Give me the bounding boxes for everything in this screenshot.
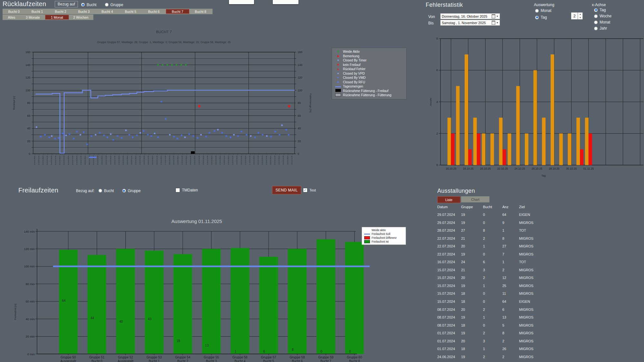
svg-text:Auswertung 01.11.2025: Auswertung 01.11.2025 bbox=[171, 218, 222, 224]
von-date-input[interactable]: Donnerstag, 16. Oktober 2025 ▼ bbox=[440, 13, 500, 19]
ruecklauf-bezug-bucht[interactable]: Bucht bbox=[81, 3, 97, 7]
send-mail-button[interactable]: SEND MAIL bbox=[272, 186, 301, 194]
radio-icon[interactable] bbox=[105, 3, 109, 6]
spinner-down-icon[interactable]: ▼ bbox=[578, 16, 582, 20]
diamond-marker-icon: ◆ bbox=[335, 55, 342, 58]
x-achse-tag[interactable]: Tag bbox=[594, 8, 611, 12]
svg-text:27.10.25 05:40: 27.10.25 05:40 bbox=[245, 155, 246, 165]
column-header-gruppe[interactable]: Gruppe bbox=[461, 205, 473, 209]
cell: TOT bbox=[519, 260, 526, 264]
bis-date-input[interactable]: Samstag , 1. November 2025 ▼ bbox=[440, 20, 500, 26]
ausstallungen-tab-chart[interactable]: Chart bbox=[461, 196, 489, 202]
table-row[interactable]: 15.07.20242132MIGROS bbox=[437, 267, 566, 275]
cell: 2 bbox=[483, 331, 485, 335]
auswertung-monat[interactable]: Monat bbox=[535, 8, 551, 13]
auswertung-tag[interactable]: Tag bbox=[535, 15, 551, 20]
x-achse-woche[interactable]: Woche bbox=[594, 14, 611, 18]
tab-bucht-8[interactable]: Bucht 8 bbox=[189, 9, 212, 14]
svg-text:120: 120 bbox=[25, 76, 30, 79]
tab-bucht-5[interactable]: Bucht 5 bbox=[119, 9, 142, 14]
tab-bucht-2[interactable]: Bucht 2 bbox=[49, 9, 72, 14]
table-row[interactable]: 22.07.20241907MIGROS bbox=[437, 252, 566, 260]
table-row[interactable]: 16.07.20242461TOT bbox=[437, 259, 566, 267]
radio-label: Monat bbox=[541, 8, 551, 13]
table-row[interactable]: 15.07.202420212MIGROS bbox=[437, 275, 566, 283]
radio-icon[interactable] bbox=[535, 9, 539, 13]
line-marker-icon bbox=[364, 234, 370, 235]
radio-icon[interactable] bbox=[99, 189, 102, 192]
svg-text:40: 40 bbox=[119, 320, 123, 323]
radio-icon[interactable] bbox=[122, 189, 126, 192]
table-row[interactable]: 08.07.20242026MIGROS bbox=[437, 307, 566, 315]
tab-1-monat[interactable]: 1 Monat bbox=[45, 15, 69, 20]
svg-text:40: 40 bbox=[298, 127, 301, 130]
cell: 08.07.2024 bbox=[437, 323, 455, 327]
test-checkbox[interactable]: ✓ Test bbox=[303, 188, 316, 192]
radio-label: Bucht bbox=[104, 189, 114, 193]
svg-text:80: 80 bbox=[298, 101, 301, 105]
column-header-ziel[interactable]: Ziel bbox=[519, 205, 525, 209]
top-button-2[interactable] bbox=[272, 0, 299, 5]
svg-text:20.10.25 05:40: 20.10.25 05:40 bbox=[185, 155, 187, 165]
tab-3-monate[interactable]: 3 Monate bbox=[21, 15, 44, 20]
table-row[interactable]: 22.07.202420127MIGROS bbox=[437, 244, 566, 252]
table-row[interactable]: 01.07.20242032MIGROS bbox=[437, 339, 566, 347]
table-row[interactable]: 24.06.20241922MIGROS bbox=[437, 354, 566, 362]
radio-icon[interactable] bbox=[594, 21, 598, 24]
svg-text:01.11.25: 01.11.25 bbox=[583, 167, 594, 170]
tab-bucht-6[interactable]: Bucht 6 bbox=[143, 9, 165, 14]
tab-bucht-0[interactable]: Bucht 0 bbox=[3, 9, 25, 14]
column-header-bucht[interactable]: Bucht bbox=[483, 205, 492, 209]
table-row[interactable]: 15.07.202419125MIGROS bbox=[437, 283, 566, 291]
table-row[interactable]: 08.07.20241805MIGROS bbox=[437, 323, 566, 331]
radio-icon[interactable] bbox=[594, 27, 598, 30]
svg-text:24.10.25: 24.10.25 bbox=[515, 167, 525, 170]
table-row[interactable]: 08.07.202419113MIGROS bbox=[437, 315, 566, 323]
svg-text:21.10.25 05:40: 21.10.25 05:40 bbox=[194, 155, 195, 165]
spinner-value[interactable]: 2 bbox=[571, 12, 578, 20]
svg-text:60: 60 bbox=[298, 114, 301, 117]
tab-2-wochen[interactable]: 2 Wochen bbox=[69, 15, 93, 20]
column-header-anz[interactable]: Anz bbox=[502, 205, 508, 209]
table-row[interactable]: 15.07.202418064EIGEN bbox=[437, 299, 566, 307]
tab-bucht-7[interactable]: Bucht 7 bbox=[166, 9, 189, 14]
table-row[interactable]: 01.07.202418126MIGROS bbox=[437, 346, 566, 354]
column-header-datum[interactable]: Datum bbox=[437, 205, 448, 209]
table-row[interactable]: 15.07.202418011MIGROS bbox=[437, 291, 566, 299]
radio-icon[interactable] bbox=[594, 14, 598, 18]
ruecklauf-bezug-gruppe[interactable]: Gruppe bbox=[105, 3, 123, 7]
svg-text:26.10.25 05:40: 26.10.25 05:40 bbox=[236, 155, 238, 165]
radio-icon[interactable] bbox=[535, 16, 539, 19]
tab-bucht-1[interactable]: Bucht 1 bbox=[26, 9, 48, 14]
freilauf-bezug-gruppe[interactable]: Gruppe bbox=[122, 189, 141, 193]
cell: 19 bbox=[461, 315, 465, 319]
checkbox-check-icon[interactable]: ✓ bbox=[303, 188, 308, 192]
svg-text:28.10.25 05:40: 28.10.25 05:40 bbox=[253, 155, 255, 165]
svg-text:06.10.25 05:40: 06.10.25 05:40 bbox=[68, 155, 69, 165]
svg-text:Ausgestallt: Ausgestallt bbox=[61, 359, 76, 362]
tab-bucht-4[interactable]: Bucht 4 bbox=[96, 9, 118, 14]
tab-alles[interactable]: Alles bbox=[3, 15, 21, 20]
radio-icon[interactable] bbox=[594, 8, 598, 12]
top-button-1[interactable] bbox=[229, 0, 254, 5]
cell: 24 bbox=[461, 260, 465, 264]
checkbox-icon[interactable] bbox=[175, 188, 180, 192]
spinner-up-icon[interactable]: ▲ bbox=[578, 13, 582, 16]
radio-label: Monat bbox=[600, 20, 610, 24]
cell: 15.07.2024 bbox=[437, 292, 455, 295]
table-row[interactable]: 29.07.202419064EIGEN bbox=[437, 212, 566, 220]
x-achse-monat[interactable]: Monat bbox=[594, 20, 611, 24]
table-row[interactable]: 29.07.20241909MIGROS bbox=[437, 220, 566, 228]
table-row[interactable]: 28.07.20242781TOT bbox=[437, 228, 566, 236]
radio-icon[interactable] bbox=[81, 3, 85, 6]
svg-text:Bucht 5: Bucht 5 bbox=[263, 359, 274, 362]
freilauf-bezug-bucht[interactable]: Bucht bbox=[99, 189, 114, 193]
ausstallungen-tab-liste[interactable]: Liste bbox=[437, 196, 460, 203]
chevron-down-icon[interactable]: ▼ bbox=[496, 15, 498, 17]
chevron-down-icon[interactable]: ▼ bbox=[496, 22, 498, 24]
tmdaten-checkbox[interactable]: TMDaten bbox=[175, 188, 198, 192]
table-row[interactable]: 01.07.20241928MIGROS bbox=[437, 330, 566, 339]
tab-bucht-3[interactable]: Bucht 3 bbox=[72, 9, 95, 14]
table-row[interactable]: 22.07.20242128MIGROS bbox=[437, 236, 566, 244]
x-achse-jahr[interactable]: Jahr bbox=[594, 26, 611, 31]
